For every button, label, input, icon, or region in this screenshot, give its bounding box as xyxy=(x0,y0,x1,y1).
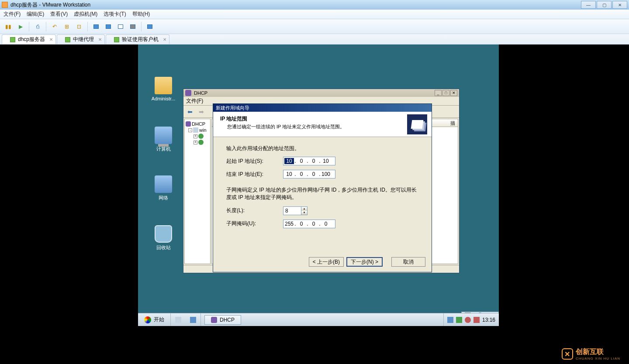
maximize-button[interactable]: ▢ xyxy=(597,1,612,9)
thumbnail-icon[interactable] xyxy=(145,22,155,31)
mmc-tree[interactable]: DHCP - win + + xyxy=(184,119,211,264)
tree-label: win xyxy=(199,127,207,133)
desktop-icon-recycle-bin[interactable]: 回收站 xyxy=(146,225,181,251)
next-button[interactable]: 下一步(N) > xyxy=(346,257,383,267)
windows-orb-icon xyxy=(144,316,151,323)
snapshot-icon[interactable]: ⎙ xyxy=(33,22,42,31)
ip-octet[interactable]: 0 xyxy=(321,221,331,227)
dhcp-icon xyxy=(185,90,191,96)
ip-octet[interactable]: 255 xyxy=(284,221,294,227)
tab-verify-client[interactable]: 验证使用客户机 ✕ xyxy=(106,34,169,44)
menu-file[interactable]: 文件(F) xyxy=(3,10,21,18)
spin-up-icon[interactable]: ▲ xyxy=(301,207,307,211)
window-controls: — ▢ ✕ xyxy=(580,1,627,9)
tray-volume-icon[interactable] xyxy=(465,317,471,323)
explorer-icon xyxy=(175,317,181,323)
console-view-icon[interactable] xyxy=(116,22,125,31)
new-scope-wizard[interactable]: 新建作用域向导 IP 地址范围 您通过确定一组连续的 IP 地址来定义作用域地址… xyxy=(213,103,432,272)
mmc-minimize-button[interactable]: _ xyxy=(435,90,442,96)
ip-octet[interactable]: 0 xyxy=(297,171,306,177)
snapshot-manage-icon[interactable]: ⊞ xyxy=(62,22,72,31)
ip-octet[interactable]: 0 xyxy=(297,158,306,164)
vmware-titlebar[interactable]: dhcp服务器 - VMware Workstation — ▢ ✕ xyxy=(0,0,629,10)
multimon-icon[interactable] xyxy=(128,22,138,31)
spin-buttons: ▲ ▼ xyxy=(301,207,307,215)
menu-tabs[interactable]: 选项卡(T) xyxy=(104,10,126,18)
ip-octet[interactable]: 100 xyxy=(321,171,331,177)
back-button[interactable]: < 上一步(B) xyxy=(309,257,344,267)
fullscreen-icon[interactable] xyxy=(91,22,101,31)
network-icon xyxy=(155,175,172,193)
quick-launch-desktop[interactable] xyxy=(186,313,200,326)
watermark-text: 创新互联 xyxy=(576,348,604,355)
end-ip-input[interactable]: 10. 0. 0. 100 xyxy=(283,170,335,179)
tree-server[interactable]: - win xyxy=(186,127,209,133)
tree-root[interactable]: DHCP xyxy=(186,121,209,127)
ip-octet[interactable]: 0 xyxy=(297,221,306,227)
ip-octet[interactable]: 0 xyxy=(309,221,318,227)
tab-close-icon[interactable]: ✕ xyxy=(98,37,102,42)
end-ip-row: 结束 IP 地址(E): 10. 0. 0. 100 xyxy=(226,170,418,179)
spin-down-icon[interactable]: ▼ xyxy=(301,211,307,215)
body-instruction: 输入此作用域分配的地址范围。 xyxy=(226,145,418,152)
taskbar-task-dhcp[interactable]: DHCP xyxy=(204,315,241,325)
quick-launch-explorer[interactable] xyxy=(171,313,186,326)
ip-octet[interactable]: 0 xyxy=(309,171,318,177)
vm-running-icon xyxy=(10,37,15,42)
forward-icon[interactable]: ➡ xyxy=(197,107,206,117)
ip-octet[interactable]: 10 xyxy=(284,171,294,177)
ip-octet[interactable]: 0 xyxy=(309,158,318,164)
start-button[interactable]: 开始 xyxy=(138,313,171,326)
revert-icon[interactable]: ↶ xyxy=(50,22,59,31)
tree-child-2[interactable]: + xyxy=(186,139,209,145)
desktop-icon-administrator[interactable]: Administr... xyxy=(146,77,181,101)
unity-icon[interactable] xyxy=(104,22,113,31)
tree-expand-icon[interactable]: + xyxy=(194,141,197,144)
dhcp-icon xyxy=(211,317,217,323)
dhcp-icon xyxy=(186,121,191,127)
length-value[interactable] xyxy=(283,208,301,214)
toolbar-separator xyxy=(141,22,142,31)
menu-edit[interactable]: 编辑(E) xyxy=(27,10,44,18)
tree-collapse-icon[interactable]: - xyxy=(188,128,192,132)
mmc-titlebar[interactable]: DHCP _ □ ✕ xyxy=(183,89,459,97)
desktop-icon-network[interactable]: 网络 xyxy=(146,175,181,201)
tree-expand-icon[interactable]: + xyxy=(194,134,197,138)
start-label: 开始 xyxy=(154,316,164,323)
ip-octet[interactable]: 10 xyxy=(284,158,294,164)
close-button[interactable]: ✕ xyxy=(612,1,627,9)
power-play-icon[interactable]: ▶ xyxy=(16,22,25,31)
menu-vm[interactable]: 虚拟机(M) xyxy=(74,10,97,18)
minimize-button[interactable]: — xyxy=(581,1,596,9)
length-label: 长度(L): xyxy=(226,207,283,214)
tab-close-icon[interactable]: ✕ xyxy=(163,37,166,42)
tab-dhcp-server[interactable]: dhcp服务器 ✕ xyxy=(2,34,56,44)
wizard-titlebar[interactable]: 新建作用域向导 xyxy=(213,104,432,112)
snapshot-take-icon[interactable]: ⊡ xyxy=(74,22,84,31)
cancel-button[interactable]: 取消 xyxy=(391,257,425,267)
mask-label: 子网掩码(U): xyxy=(226,220,283,227)
start-ip-input[interactable]: 10. 0. 0. 10 xyxy=(283,157,335,165)
watermark-logo-icon: ✕ xyxy=(562,348,573,360)
menu-view[interactable]: 查看(V) xyxy=(50,10,68,18)
back-icon[interactable]: ⬅ xyxy=(185,107,195,117)
power-suspend-icon[interactable]: ▮▮ xyxy=(3,22,13,31)
mmc-close-button[interactable]: ✕ xyxy=(450,90,457,96)
mmc-menu-file[interactable]: 文件(F) xyxy=(186,97,203,105)
wizard-title: 新建作用域向导 xyxy=(216,105,249,111)
tray-power-icon[interactable] xyxy=(473,317,480,323)
mask-input[interactable]: 255. 0. 0. 0 xyxy=(283,220,335,228)
length-input[interactable]: ▲ ▼ xyxy=(283,206,308,215)
tray-network-icon[interactable] xyxy=(447,317,453,323)
vm-running-icon xyxy=(65,37,70,42)
tray-clock[interactable]: 13:16 xyxy=(482,317,495,323)
scope-icon xyxy=(198,134,204,139)
menu-help[interactable]: 帮助(H) xyxy=(132,10,150,18)
ip-octet[interactable]: 10 xyxy=(321,158,331,164)
tree-child-1[interactable]: + xyxy=(186,133,209,139)
mmc-maximize-button[interactable]: □ xyxy=(442,90,449,96)
desktop-icon-computer[interactable]: 计算机 xyxy=(146,127,181,152)
tab-close-icon[interactable]: ✕ xyxy=(49,37,53,42)
tab-relay-agent[interactable]: 中继代理 ✕ xyxy=(57,34,105,44)
tray-shield-icon[interactable] xyxy=(456,317,462,323)
